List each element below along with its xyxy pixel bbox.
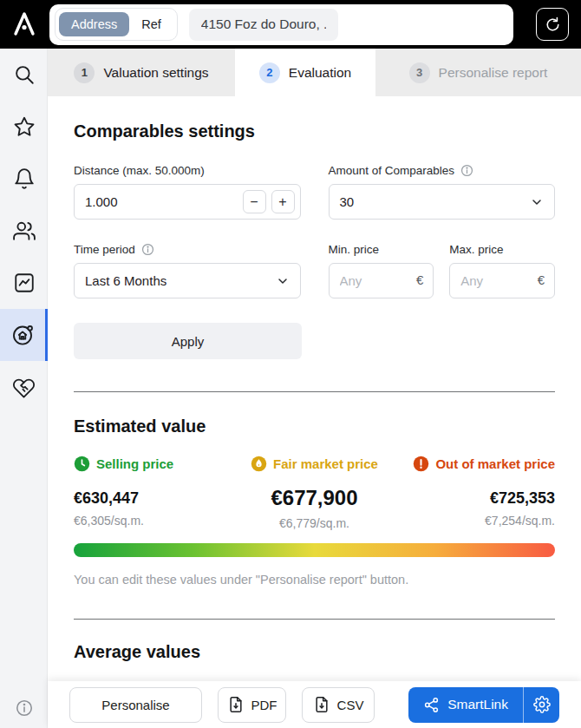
edit-values-note: You can edit these values under "Persona…: [74, 573, 555, 587]
search-box: Address Ref: [49, 4, 513, 45]
sidebar-item-contacts[interactable]: [0, 205, 48, 257]
pdf-download-button[interactable]: PDF: [218, 687, 286, 723]
out-of-market-warning-icon: [413, 456, 429, 472]
smartlink-settings-button[interactable]: [523, 687, 559, 723]
search-icon: [13, 63, 36, 86]
smartlink-group: SmartLink: [408, 687, 559, 723]
fair-market-price-per-sqm: €6,779/sq.m.: [234, 516, 395, 530]
file-download-icon: [227, 696, 245, 713]
amount-comparables-label: Amount of Comparables: [329, 164, 455, 177]
personalise-button[interactable]: Personalise: [69, 687, 202, 723]
distance-increment-button[interactable]: +: [271, 190, 295, 213]
tab-number-badge: 3: [409, 62, 430, 83]
evaluation-panel: Comparables settings Distance (max. 50.0…: [48, 96, 581, 681]
time-period-select[interactable]: Last 6 Months: [74, 263, 301, 298]
selling-price-value: €630,447: [74, 489, 234, 508]
users-icon: [13, 220, 36, 242]
out-of-market-price-label: Out of market price: [435, 456, 555, 471]
distance-stepper: − +: [243, 190, 295, 213]
time-period-value: Last 6 Months: [85, 273, 166, 288]
smartlink-button[interactable]: SmartLink: [408, 687, 523, 723]
address-search-input[interactable]: [189, 9, 338, 41]
fair-market-price-value: €677,900: [234, 486, 395, 510]
amount-info-icon[interactable]: [460, 164, 473, 177]
sidebar: [0, 49, 48, 728]
file-download-icon: [313, 696, 330, 713]
apply-button[interactable]: Apply: [74, 323, 302, 359]
tab-personalise-report[interactable]: 3 Personalise report: [375, 49, 581, 96]
divider: [74, 391, 555, 392]
smartlink-button-label: SmartLink: [447, 697, 508, 712]
step-tabs: 1 Valuation settings 2 Evaluation 3 Pers…: [48, 49, 581, 96]
max-price-label: Max. price: [449, 243, 555, 256]
home-valuation-icon: [10, 323, 35, 347]
search-mode-toggle: Address Ref: [55, 8, 178, 41]
refresh-button[interactable]: [536, 8, 569, 41]
topbar: Address Ref: [0, 0, 581, 49]
footer-actions-bar: Personalise PDF CSV SmartLink: [48, 681, 581, 728]
tab-number-badge: 2: [259, 62, 280, 83]
fair-market-price-label: Fair market price: [273, 456, 378, 471]
estimated-values-row: €630,447 €6,305/sq.m. €677,900 €6,779/sq…: [74, 489, 555, 530]
comparables-form-row2: Time period Last 6 Months Min. price €: [74, 243, 555, 298]
sidebar-item-deals[interactable]: [0, 361, 48, 413]
out-of-market-price-value: €725,353: [395, 489, 555, 508]
csv-download-button[interactable]: CSV: [302, 687, 375, 723]
share-icon: [423, 697, 440, 713]
handshake-heart-icon: [12, 376, 36, 399]
pdf-button-label: PDF: [251, 698, 277, 712]
chevron-down-icon: [530, 195, 544, 209]
price-range-gradient-bar: [74, 543, 555, 557]
selling-price-per-sqm: €6,305/sq.m.: [74, 514, 234, 528]
comparables-settings-heading: Comparables settings: [74, 121, 555, 141]
address-mode-button[interactable]: Address: [59, 12, 129, 36]
tab-label: Personalise report: [439, 65, 548, 81]
distance-decrement-button[interactable]: −: [243, 190, 266, 213]
sidebar-info[interactable]: [0, 698, 48, 718]
sidebar-item-search[interactable]: [0, 49, 48, 101]
fair-price-flame-icon: [251, 456, 267, 472]
selling-price-clock-icon: [74, 456, 90, 472]
info-icon: [15, 698, 34, 718]
divider: [74, 619, 555, 620]
ref-mode-button[interactable]: Ref: [129, 12, 173, 36]
chart-icon: [13, 272, 36, 294]
estimated-value-heading: Estimated value: [74, 416, 555, 436]
time-period-info-icon[interactable]: [141, 243, 154, 256]
app-logo[interactable]: [0, 0, 48, 49]
tab-label: Valuation settings: [103, 65, 208, 81]
chevron-down-icon: [276, 274, 290, 288]
out-of-market-price-per-sqm: €7,254/sq.m.: [395, 514, 555, 528]
tab-number-badge: 1: [74, 62, 95, 83]
refresh-icon: [544, 16, 562, 34]
sidebar-item-analytics[interactable]: [0, 257, 48, 309]
distance-label: Distance (max. 50.000m): [74, 164, 301, 177]
amount-comparables-value: 30: [340, 194, 355, 209]
tab-valuation-settings[interactable]: 1 Valuation settings: [48, 49, 235, 96]
tab-label: Evaluation: [289, 65, 351, 81]
average-values-heading: Average values: [74, 642, 555, 662]
star-icon: [13, 115, 36, 138]
amount-comparables-select[interactable]: 30: [329, 184, 556, 220]
min-price-currency: €: [416, 272, 423, 287]
tab-evaluation[interactable]: 2 Evaluation: [235, 49, 375, 96]
selling-price-label: Selling price: [96, 456, 173, 471]
max-price-currency: €: [538, 272, 545, 287]
estimated-labels-row: Selling price Fair market price Out of m…: [74, 456, 555, 475]
sidebar-item-valuation[interactable]: [0, 309, 48, 361]
gear-icon: [533, 696, 551, 713]
sidebar-item-favourites[interactable]: [0, 101, 48, 153]
casafari-logo-icon: [10, 10, 38, 38]
min-price-label: Min. price: [329, 243, 434, 256]
bell-icon: [13, 167, 36, 190]
comparables-form-row1: Distance (max. 50.000m) − + Amount of Co…: [74, 164, 555, 220]
time-period-label: Time period: [74, 243, 135, 256]
sidebar-item-alerts[interactable]: [0, 153, 48, 205]
csv-button-label: CSV: [337, 698, 364, 712]
